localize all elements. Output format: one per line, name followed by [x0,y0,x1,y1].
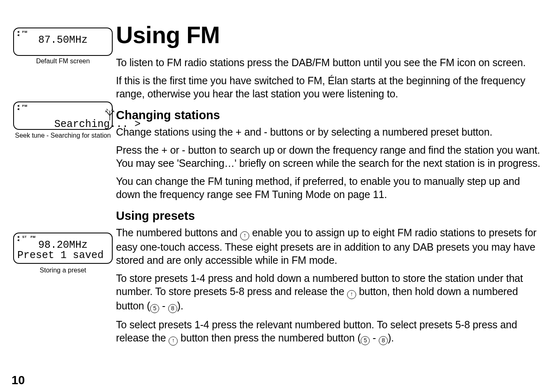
lcd3-preset-text: Preset 1 saved [17,250,109,261]
lcd-searching: ◂◂ FM Searching... > [13,101,113,130]
changing-stations-p2: Press the + or - button to search up or … [116,143,544,170]
lcd3-frequency: 98.20MHz [17,240,109,250]
intro-paragraph-1: To listen to FM radio stations press the… [116,56,544,69]
shift-up-icon: ↑ [347,290,356,299]
fm-indicator: FM [30,235,36,239]
section-changing-stations-heading: Changing stations [116,108,544,122]
lcd1-frequency: 87.50MHz [17,35,109,45]
shift-up-icon: ↑ [169,337,178,346]
using-presets-p1: The numbered buttons and ↑ enable you to… [116,226,544,267]
changing-stations-p3: You can change the FM tuning method, if … [116,175,544,201]
lcd2-icons: ◂◂ FM [17,104,109,109]
signal-icon: ◂◂ [17,235,19,242]
antenna-icon [104,109,115,121]
svg-line-1 [106,111,110,115]
main-content: Using FM To listen to FM radio stations … [116,21,544,350]
svg-line-4 [111,109,113,111]
svg-line-2 [110,111,114,115]
st-indicator: ST [22,235,27,239]
using-presets-p3: To select presets 1-4 press the relevant… [116,318,544,346]
svg-line-3 [107,109,108,111]
lcd-default-fm: ◂◂ FM 87.50MHz [13,28,113,56]
preset-5-icon: 5 [150,304,159,313]
fm-indicator: FM [22,104,28,108]
page-number: 10 [12,374,25,387]
lcd-preset-saved: ◂◂ ST FM 98.20MHz Preset 1 saved [13,233,113,264]
signal-icon: ◂◂ [17,30,19,37]
preset-8-icon: 8 [379,336,388,345]
preset-8-icon: 8 [168,304,177,313]
page-title: Using FM [116,21,544,48]
shift-up-icon: ↑ [240,231,249,240]
preset-5-icon: 5 [361,336,370,345]
changing-stations-p1: Change stations using the + and - button… [116,125,544,138]
lcd2-caption: Seek tune - Searching for station [13,132,113,139]
fm-indicator: FM [22,30,28,34]
intro-paragraph-2: If this is the first time you have switc… [116,74,544,100]
using-presets-p2: To store presets 1-4 press and hold down… [116,272,544,313]
lcd1-caption: Default FM screen [13,58,113,65]
section-using-presets-heading: Using presets [116,209,544,223]
lcd3-caption: Storing a preset [13,267,113,274]
